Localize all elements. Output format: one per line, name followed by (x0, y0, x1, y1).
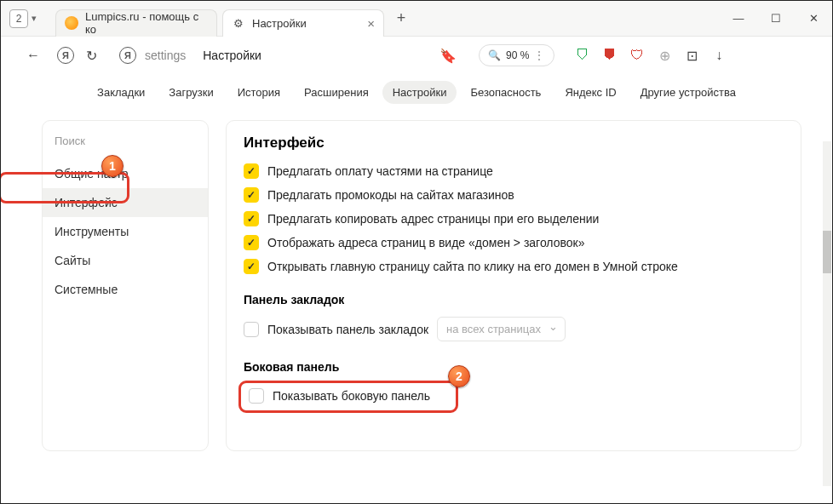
new-tab-button[interactable]: + (391, 9, 411, 29)
url-path: settings (145, 49, 186, 62)
top-tab-settings[interactable]: Настройки (382, 81, 457, 104)
settings-main-panel: Интерфейс ✓Предлагать оплату частями на … (226, 120, 801, 451)
kebab-icon[interactable]: ⋮ (534, 49, 545, 61)
back-button[interactable]: ← (26, 48, 40, 63)
zoom-value: 90 % (506, 49, 529, 61)
option-row-show-bookmarks[interactable]: Показывать панель закладок на всех стран… (244, 317, 784, 341)
zoom-indicator[interactable]: 🔍 90 % ⋮ (479, 44, 554, 66)
page-title-in-bar: Настройки (203, 49, 261, 62)
option-label: Показывать боковую панель (273, 389, 430, 403)
content-area: Поиск Общие настр Интерфейс Инструменты … (1, 110, 832, 451)
extensions-icon[interactable]: ⊡ (684, 48, 699, 63)
tab-active[interactable]: ⚙ Настройки × (222, 9, 384, 37)
yandex-home-icon[interactable]: Я (57, 47, 74, 64)
ublock-icon[interactable]: ⛊ (602, 48, 618, 63)
chevron-down-icon[interactable]: ▾ (32, 13, 47, 24)
favicon-orange-icon (65, 16, 78, 30)
option-row[interactable]: ✓Открывать главную страницу сайта по кли… (244, 259, 784, 274)
option-label: Предлагать промокоды на сайтах магазинов (267, 188, 514, 202)
option-row[interactable]: ✓Предлагать копировать адрес страницы пр… (244, 211, 784, 226)
checkbox-checked-icon[interactable]: ✓ (244, 211, 259, 226)
globe-icon[interactable]: ⊕ (657, 48, 672, 63)
top-tab-security[interactable]: Безопасность (460, 81, 551, 104)
section-heading-interface: Интерфейс (244, 135, 784, 152)
top-tab-bookmarks[interactable]: Закладки (87, 81, 155, 104)
top-tab-history[interactable]: История (227, 81, 290, 104)
top-tab-extensions[interactable]: Расширения (294, 81, 379, 104)
magnifier-icon: 🔍 (488, 49, 501, 61)
tab-label: Lumpics.ru - помощь с ко (85, 10, 208, 36)
shield-red-icon[interactable]: 🛡 (629, 48, 645, 63)
scrollbar-track[interactable] (823, 141, 831, 486)
option-label: Предлагать оплату частями на странице (267, 164, 493, 178)
tab-count-badge[interactable]: 2 (9, 9, 28, 28)
option-label: Предлагать копировать адрес страницы при… (267, 212, 599, 226)
scrollbar-thumb[interactable] (823, 231, 831, 273)
checkbox-checked-icon[interactable]: ✓ (244, 187, 259, 203)
option-label: Показывать панель закладок (267, 323, 428, 336)
checkbox-empty-icon[interactable] (249, 388, 264, 404)
settings-top-tabs: Закладки Загрузки История Расширения Нас… (1, 74, 832, 110)
section-heading-bookmarks: Панель закладок (244, 293, 784, 306)
close-window-button[interactable]: ✕ (795, 1, 832, 37)
download-icon[interactable]: ↓ (711, 48, 727, 63)
option-label: Открывать главную страницу сайта по клик… (267, 260, 678, 273)
annotation-badge-2: 2 (448, 365, 470, 387)
tab-background[interactable]: Lumpics.ru - помощь с ко (55, 9, 217, 37)
option-row[interactable]: ✓Отображать адреса страниц в виде «домен… (244, 235, 784, 250)
shield-green-icon[interactable]: ⛉ (575, 48, 590, 63)
section-heading-sidepanel: Боковая панель (244, 360, 784, 374)
option-label: Отображать адреса страниц в виде «домен … (267, 236, 584, 249)
option-row-show-sidepanel[interactable]: Показывать боковую панель 2 (244, 384, 784, 408)
checkbox-checked-icon[interactable]: ✓ (244, 259, 259, 274)
option-row[interactable]: ✓Предлагать промокоды на сайтах магазино… (244, 187, 784, 203)
bookmark-icon[interactable]: 🔖 (439, 48, 457, 64)
gear-icon: ⚙ (232, 16, 245, 30)
sidebar-item-sites[interactable]: Сайты (43, 246, 208, 275)
annotation-badge-1: 1 (101, 155, 124, 177)
checkbox-empty-icon[interactable] (244, 322, 259, 337)
sidebar-item-tools[interactable]: Инструменты (43, 217, 208, 246)
close-icon[interactable]: × (367, 16, 375, 31)
tab-label: Настройки (252, 17, 307, 30)
checkbox-checked-icon[interactable]: ✓ (244, 163, 259, 179)
window-titlebar: 2 ▾ Lumpics.ru - помощь с ко ⚙ Настройки… (1, 1, 832, 37)
sidebar-item-interface[interactable]: Интерфейс (43, 188, 208, 217)
option-row[interactable]: ✓Предлагать оплату частями на странице (244, 163, 784, 179)
checkbox-checked-icon[interactable]: ✓ (244, 235, 259, 250)
top-tab-devices[interactable]: Другие устройства (630, 81, 746, 104)
maximize-button[interactable]: ☐ (757, 1, 795, 37)
omnibox[interactable]: Я settings Настройки 🔖 (109, 42, 467, 69)
top-tab-downloads[interactable]: Загрузки (158, 81, 223, 104)
minimize-button[interactable]: — (720, 1, 757, 37)
address-bar: ← Я ↻ Я settings Настройки 🔖 🔍 90 % ⋮ ⛉ … (1, 37, 832, 74)
sidebar-search[interactable]: Поиск (43, 129, 208, 159)
top-tab-yandexid[interactable]: Яндекс ID (554, 81, 626, 104)
bookmarks-scope-select[interactable]: на всех страницах (437, 317, 566, 341)
extension-icons: ⛉ ⛊ 🛡 ⊕ ⊡ ↓ (575, 48, 727, 63)
favicon-y-icon: Я (119, 47, 136, 64)
settings-sidebar: Поиск Общие настр Интерфейс Инструменты … (42, 120, 209, 451)
sidebar-item-general[interactable]: Общие настр (43, 159, 208, 188)
reload-button[interactable]: ↻ (86, 48, 97, 64)
sidebar-item-system[interactable]: Системные (43, 275, 208, 304)
